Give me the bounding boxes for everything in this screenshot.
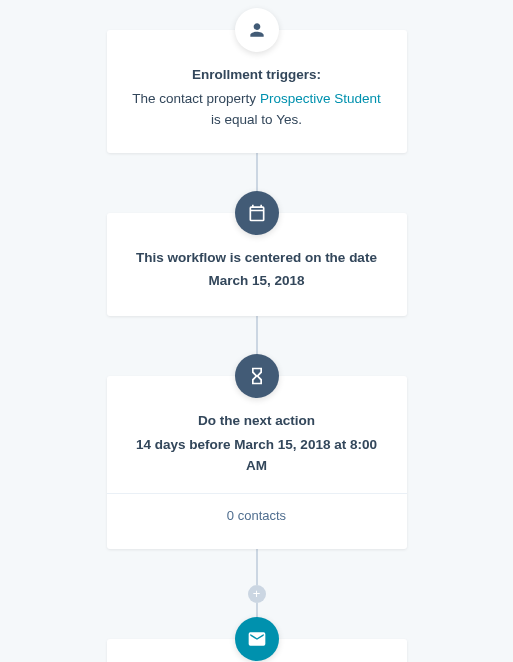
calendar-icon	[235, 191, 279, 235]
delay-line1: Do the next action	[129, 410, 385, 432]
delay-card[interactable]: Do the next action 14 days before March …	[107, 376, 407, 549]
center-date-card[interactable]: This workflow is centered on the date Ma…	[107, 213, 407, 316]
delay-contacts: 0 contacts	[129, 506, 385, 527]
enrollment-suffix: is equal to Yes.	[211, 112, 302, 127]
enrollment-prefix: The contact property	[132, 91, 260, 106]
enrollment-criteria: The contact property Prospective Student…	[129, 88, 385, 131]
plus-icon: +	[253, 587, 261, 600]
center-date-line2: March 15, 2018	[129, 270, 385, 292]
enrollment-card[interactable]: Enrollment triggers: The contact propert…	[107, 30, 407, 153]
workflow-canvas: Enrollment triggers: The contact propert…	[0, 0, 513, 662]
person-icon	[235, 8, 279, 52]
email-icon	[235, 617, 279, 661]
property-link[interactable]: Prospective Student	[260, 91, 381, 106]
add-action-button[interactable]: +	[248, 585, 266, 603]
enrollment-title: Enrollment triggers:	[129, 64, 385, 86]
delay-line2: 14 days before March 15, 2018 at 8:00 AM	[129, 434, 385, 477]
hourglass-icon	[235, 354, 279, 398]
connector-line	[256, 549, 258, 585]
center-date-line1: This workflow is centered on the date	[129, 247, 385, 269]
send-email-card[interactable]: Send email Register for Open House 0% cl…	[107, 639, 407, 662]
card-divider	[107, 493, 407, 494]
